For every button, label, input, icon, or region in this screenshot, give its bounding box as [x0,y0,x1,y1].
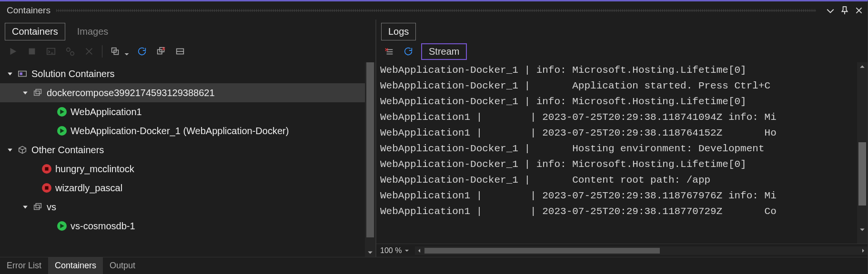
close-button[interactable] [853,5,865,16]
log-line: WebApplication1 | | 2023-07-25T20:29:38.… [380,188,857,204]
container-row[interactable]: wizardly_pascal [0,178,365,197]
clear-logs-button[interactable] [383,45,395,58]
group-dropdown-icon[interactable] [124,49,129,54]
log-line: WebApplication-Docker_1 | info: Microsof… [380,62,857,78]
container-row[interactable]: WebApplication1 [0,102,365,121]
container-label: wizardly_pascal [55,183,122,194]
svg-point-3 [71,52,74,55]
left-tabs: Containers Images [0,20,375,40]
start-button[interactable] [7,45,19,58]
containers-panel: Containers Containers Images [0,0,868,274]
vs-group-row[interactable]: vs [0,197,365,216]
svg-point-2 [67,48,70,51]
terminal-button[interactable] [45,45,57,58]
drag-grip[interactable] [56,9,816,12]
log-line: WebApplication1 | | 2023-07-25T20:29:38.… [380,125,857,141]
container-row[interactable]: hungry_mcclintock [0,159,365,178]
scroll-up-icon[interactable] [857,62,868,71]
group-containers-button[interactable] [109,45,121,58]
pin-button[interactable] [839,5,850,16]
vs-group-label: vs [47,202,56,213]
compose-group-icon [32,202,43,212]
tab-containers[interactable]: Containers [5,23,65,40]
logs-toolbar: Stream [376,40,868,62]
svg-rect-13 [36,89,41,94]
settings-button[interactable] [64,45,76,58]
containers-tree[interactable]: Solution Containers dockercompose3992174… [0,62,365,257]
running-status-icon [57,107,67,117]
container-label: hungry_mcclintock [55,164,134,175]
left-toolbar [0,40,375,62]
container-group-icon [17,145,28,155]
container-label: vs-cosmosdb-1 [71,221,135,232]
scroll-right-icon[interactable] [859,246,868,255]
container-label: WebApplication1 [71,107,142,117]
caret-down-icon[interactable] [7,147,13,153]
solution-containers-header[interactable]: Solution Containers [0,64,365,83]
compose-group-row[interactable]: dockercompose3992174593129388621 [0,83,365,102]
caret-down-icon[interactable] [22,89,29,96]
caret-down-icon[interactable] [22,204,29,210]
log-line: WebApplication-Docker_1 | Content root p… [380,172,857,188]
log-line: WebApplication1 | | 2023-07-25T20:29:38.… [380,204,857,219]
svg-rect-1 [47,49,55,55]
prune-button[interactable] [155,45,167,58]
zoom-label[interactable]: 100 % [380,246,402,255]
svg-rect-11 [20,72,23,75]
scroll-down-icon[interactable] [857,225,868,234]
refresh-button[interactable] [136,45,148,58]
log-line: WebApplication-Docker_1 | Hosting enviro… [380,141,857,157]
log-output[interactable]: WebApplication-Docker_1 | info: Microsof… [376,62,857,244]
svg-rect-0 [29,49,35,55]
tree-scrollbar[interactable] [365,62,375,257]
status-bar-tabs: Error List Containers Output [0,257,868,274]
solution-containers-label: Solution Containers [31,68,115,79]
remove-button[interactable] [174,45,186,58]
running-status-icon [57,221,67,231]
running-status-icon [57,126,67,136]
svg-rect-15 [45,186,48,189]
scroll-thumb[interactable] [424,248,660,254]
svg-rect-14 [45,167,48,170]
other-containers-header[interactable]: Other Containers [0,140,365,159]
scroll-left-icon[interactable] [415,246,424,255]
log-line: WebApplication1 | | 2023-07-25T20:29:38.… [380,109,857,125]
tab-images[interactable]: Images [70,23,116,40]
logs-right-pane: Logs Stream WebApplication-Docker_1 | in… [376,20,868,257]
svg-rect-16 [34,205,40,209]
log-line: WebApplication-Docker_1 | info: Microsof… [380,94,857,109]
compose-group-label: dockercompose3992174593129388621 [47,88,215,98]
tab-logs[interactable]: Logs [381,23,416,40]
status-tab-error-list[interactable]: Error List [0,257,48,274]
panel-titlebar: Containers [0,1,868,20]
right-tabs: Logs [376,20,868,40]
delete-button[interactable] [83,45,95,58]
log-line: WebApplication-Docker_1 | Application st… [380,78,857,94]
stopped-status-icon [42,164,51,174]
log-horizontal-scrollbar[interactable] [415,246,868,255]
log-vertical-scrollbar[interactable] [857,62,868,244]
panel-title: Containers [7,5,50,16]
other-containers-label: Other Containers [31,145,104,156]
stream-toggle[interactable]: Stream [421,43,467,60]
logs-footer: 100 % [376,244,868,257]
container-row[interactable]: WebApplication-Docker_1 (WebApplication-… [0,121,365,140]
scroll-thumb[interactable] [858,142,866,206]
refresh-logs-button[interactable] [402,45,414,58]
container-row[interactable]: vs-cosmosdb-1 [0,216,365,235]
containers-left-pane: Containers Images [0,20,376,257]
container-label: WebApplication-Docker_1 (WebApplication-… [71,126,289,137]
scroll-thumb[interactable] [366,62,374,237]
caret-down-icon[interactable] [7,70,13,77]
status-tab-output[interactable]: Output [103,257,142,274]
zoom-dropdown-icon[interactable] [404,246,409,255]
status-tab-containers[interactable]: Containers [48,257,103,274]
toolbar-separator [102,45,102,58]
svg-rect-12 [34,91,40,95]
window-options-button[interactable] [825,5,836,16]
compose-group-icon [32,88,43,98]
stopped-status-icon [42,183,51,193]
log-line: WebApplication-Docker_1 | info: Microsof… [380,157,857,172]
scroll-down-icon[interactable] [365,248,375,257]
stop-button[interactable] [26,45,38,58]
